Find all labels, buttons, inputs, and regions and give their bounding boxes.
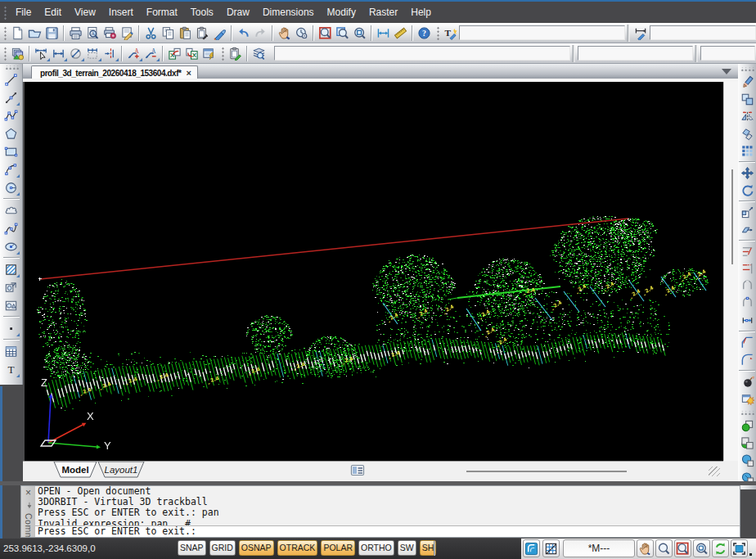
resize-grip-icon[interactable] (709, 467, 720, 476)
bring-above-button[interactable] (739, 452, 756, 469)
explode-button[interactable] (739, 373, 756, 390)
menu-insert[interactable]: Insert (102, 2, 140, 23)
text-button[interactable]: T (2, 360, 20, 378)
dim-center-button[interactable] (101, 45, 119, 62)
menu-edit[interactable]: Edit (38, 2, 68, 23)
new-button[interactable] (9, 25, 26, 42)
polygon-button[interactable] (2, 124, 20, 142)
print-setup-button[interactable] (101, 25, 119, 42)
toolbar-grip[interactable] (740, 67, 754, 71)
menu-file[interactable]: File (9, 2, 38, 23)
viewport-grid-button[interactable] (542, 539, 560, 557)
bring-to-front-button[interactable] (739, 417, 756, 435)
toolbar-grip[interactable] (2, 25, 7, 40)
import-table-button[interactable]: X (166, 45, 183, 62)
dropdown-arrow-icon[interactable] (156, 58, 160, 61)
dim-select-button[interactable] (33, 45, 50, 62)
rotate-button[interactable] (739, 182, 756, 199)
horizontal-scrollbar-thumb[interactable] (466, 471, 627, 472)
toggle-osnap[interactable]: OSNAP (239, 540, 274, 556)
menu-grip[interactable] (2, 5, 7, 20)
toggle-sw[interactable]: SW (398, 540, 416, 556)
command-pin-icon[interactable] (24, 502, 33, 509)
toggle-polar[interactable]: POLAR (321, 540, 355, 556)
open-button[interactable] (26, 25, 43, 42)
help-button[interactable]: ? (416, 25, 433, 42)
zoom-status-button[interactable] (655, 539, 673, 557)
dim-diameter-button[interactable] (67, 45, 84, 62)
trim-button[interactable] (739, 243, 756, 260)
polyline-button[interactable] (2, 106, 20, 124)
toolbar-grip[interactable] (2, 46, 7, 61)
toolbar-grip[interactable] (435, 25, 439, 40)
ellipse-button[interactable] (2, 237, 20, 255)
redo-button[interactable] (252, 25, 269, 42)
text-style-button[interactable]: T (442, 25, 459, 42)
spline-button[interactable] (2, 219, 20, 237)
fillet-button[interactable] (739, 351, 756, 368)
menu-modify[interactable]: Modify (321, 2, 362, 23)
dim-baseline-button[interactable] (84, 45, 101, 62)
extend-button[interactable] (739, 260, 756, 277)
paste-special-button[interactable] (194, 25, 211, 42)
properties-button[interactable] (227, 45, 244, 62)
layer-manager-button[interactable] (250, 45, 268, 62)
fit-view-button[interactable] (731, 539, 748, 557)
toggle-otrack[interactable]: OTRACK (277, 540, 318, 556)
dropdown-arrow-icon[interactable] (16, 333, 20, 336)
menu-tools[interactable]: Tools (184, 2, 220, 23)
print-button[interactable] (67, 25, 84, 42)
zoom-extents-button[interactable] (351, 25, 368, 42)
rectangle-button[interactable] (2, 142, 20, 160)
paste-button[interactable] (177, 25, 194, 42)
pan-status-button[interactable] (637, 539, 654, 557)
revision-cloud-button[interactable] (2, 201, 20, 219)
table-button[interactable] (2, 342, 20, 360)
pan-button[interactable] (276, 25, 293, 42)
toggle-snap[interactable]: SNAP (178, 540, 206, 556)
menu-draw[interactable]: Draw (220, 2, 256, 23)
drawing-canvas[interactable] (25, 82, 723, 461)
linetype-combo[interactable] (700, 46, 755, 61)
construction-line-button[interactable] (2, 88, 20, 106)
array-button[interactable] (739, 142, 756, 160)
command-close-icon[interactable]: × (25, 488, 31, 498)
toolbar-grip[interactable] (4, 65, 19, 70)
dim-style-combo[interactable] (650, 25, 756, 40)
menu-dimensions[interactable]: Dimensions (256, 2, 321, 23)
zoom-previous-button[interactable] (334, 25, 351, 42)
command-input-line[interactable]: Press ESC or ENTER to exit.: (35, 525, 740, 537)
zoom-window-button[interactable] (317, 25, 334, 42)
export-table-button[interactable]: X (183, 45, 200, 62)
dropdown-arrow-icon[interactable] (16, 251, 20, 255)
document-tab[interactable]: profil_3d_terrain_20260418_153604.dxf* × (31, 65, 198, 79)
arc-button[interactable] (2, 160, 20, 178)
menu-view[interactable]: View (68, 2, 102, 23)
color-combo[interactable] (578, 46, 693, 61)
dropdown-arrow-icon[interactable] (16, 102, 20, 106)
workspace-button[interactable] (523, 539, 540, 557)
document-tab-close-icon[interactable]: × (186, 69, 191, 77)
plot-button[interactable] (119, 25, 136, 42)
dim-style-button[interactable] (632, 25, 650, 42)
zoom-object-status-button[interactable] (693, 539, 710, 557)
distance-button[interactable] (375, 25, 392, 42)
offset-button[interactable] (739, 125, 756, 142)
point-button[interactable] (2, 319, 20, 337)
zoom-realtime-button[interactable] (293, 25, 310, 42)
dropdown-arrow-icon[interactable] (115, 58, 119, 61)
copy-object-button[interactable] (739, 91, 756, 108)
sheet-set-icon[interactable] (350, 463, 365, 478)
dim-linear-button[interactable] (50, 45, 67, 62)
leader-remove-button[interactable]: A (142, 45, 160, 62)
toggle-grid[interactable]: GRID (209, 540, 236, 556)
menu-format[interactable]: Format (140, 2, 184, 23)
dropdown-arrow-icon[interactable] (16, 374, 20, 377)
format-painter-button[interactable] (211, 25, 228, 42)
regen-button[interactable] (712, 539, 729, 557)
join-button[interactable] (739, 312, 756, 329)
dropdown-arrow-icon[interactable] (16, 274, 20, 277)
erase-button[interactable] (739, 74, 756, 91)
layout1-tab-label[interactable]: Layout1 (105, 465, 138, 475)
dropdown-arrow-icon[interactable] (16, 192, 20, 196)
